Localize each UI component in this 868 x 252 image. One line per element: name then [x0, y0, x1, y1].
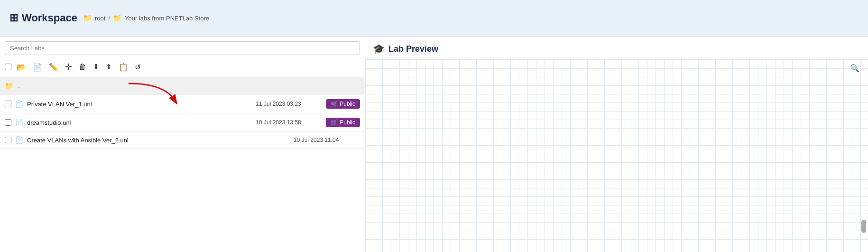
- folder-icon-sub: 📁: [113, 14, 122, 22]
- parent-dir-row[interactable]: 📁 ..: [0, 77, 365, 95]
- left-panel: 📂 📄 ✏️ ✛ 🗑 ⬇ ⬆ 📋 ↺: [0, 37, 365, 252]
- scrollbar-thumb[interactable]: [861, 220, 866, 233]
- main-layout: 📂 📄 ✏️ ✛ 🗑 ⬇ ⬆ 📋 ↺: [0, 37, 868, 252]
- breadcrumb: 📁 root / 📁 Your labs from PNETLab Store: [83, 14, 209, 22]
- file-checkbox-1[interactable]: [5, 101, 11, 107]
- badge-public-2[interactable]: 🛒 Public: [326, 118, 360, 127]
- file-icon-2: 📄: [15, 119, 23, 126]
- grid-background: [365, 60, 868, 252]
- refresh-button[interactable]: ↺: [133, 62, 142, 73]
- edit-icon: ✏️: [49, 63, 58, 72]
- file-checkbox-2[interactable]: [5, 119, 11, 126]
- delete-icon: 🗑: [79, 63, 86, 71]
- file-row-dreamstudio[interactable]: 📄 dreamstudio.unl 10 Jul 2023 13:58 🛒 Pu…: [0, 113, 365, 132]
- file-icon-1: 📄: [15, 100, 23, 108]
- right-panel-header: 🎓 Lab Preview: [365, 37, 868, 60]
- breadcrumb-root[interactable]: root: [95, 15, 105, 22]
- download-icon: ⬇: [93, 63, 99, 71]
- breadcrumb-sep: /: [108, 15, 110, 22]
- select-all-checkbox[interactable]: [5, 64, 11, 70]
- new-file-icon: 📄: [33, 63, 42, 72]
- file-row-create-vlans[interactable]: 📄 Create VLANs with Ansible Ver_2.unl 10…: [0, 132, 365, 149]
- parent-dir-name: ..: [18, 83, 360, 90]
- file-date-2: 10 Jul 2023 13:58: [256, 119, 322, 126]
- badge-public-1[interactable]: 🛒 Public: [326, 99, 360, 109]
- upload-icon: ⬆: [106, 63, 112, 71]
- right-panel: 🎓 Lab Preview 🔍: [365, 37, 868, 252]
- delete-button[interactable]: 🗑: [77, 62, 88, 72]
- toolbar: 📂 📄 ✏️ ✛ 🗑 ⬇ ⬆ 📋 ↺: [0, 59, 365, 77]
- move-icon: ✛: [65, 62, 72, 72]
- file-row-private-vlan[interactable]: 📄 Private VLAN Ver_1.unl 11 Jul 2023 03:…: [0, 95, 365, 113]
- cart-icon-1: 🛒: [331, 101, 338, 107]
- file-date-3: 10 Jul 2023 11:04: [294, 137, 360, 143]
- title-text: Workspace: [22, 12, 77, 24]
- move-button[interactable]: ✛: [64, 61, 74, 73]
- right-panel-title: Lab Preview: [388, 44, 438, 54]
- file-list: 📁 .. 📄 Private VLAN Ver_1.unl 11 Jul 202…: [0, 77, 365, 252]
- open-folder-icon: 📂: [17, 63, 26, 72]
- download-button[interactable]: ⬇: [92, 62, 101, 72]
- file-checkbox-3[interactable]: [5, 137, 11, 143]
- file-name-2: dreamstudio.unl: [27, 119, 252, 126]
- graduation-icon: 🎓: [373, 43, 385, 55]
- file-date-1: 11 Jul 2023 03:23: [256, 101, 322, 107]
- folder-icon-root: 📁: [83, 14, 92, 22]
- zoom-icon[interactable]: 🔍: [850, 64, 859, 73]
- file-icon-3: 📄: [15, 136, 23, 144]
- file-name-1: Private VLAN Ver_1.unl: [27, 101, 252, 108]
- file-name-3: Create VLANs with Ansible Ver_2.unl: [27, 137, 290, 144]
- search-bar: [0, 41, 365, 59]
- lab-preview-canvas: 🔍: [365, 60, 868, 252]
- new-file-button[interactable]: 📄: [31, 62, 44, 73]
- upload-button[interactable]: ⬆: [104, 62, 113, 72]
- open-folder-button[interactable]: 📂: [15, 62, 28, 73]
- parent-folder-icon: 📁: [5, 82, 14, 90]
- breadcrumb-folder[interactable]: Your labs from PNETLab Store: [125, 15, 209, 22]
- clipboard-icon: 📋: [119, 63, 128, 72]
- edit-button[interactable]: ✏️: [47, 62, 60, 73]
- grid-icon: ⊞: [9, 12, 18, 24]
- clipboard-button[interactable]: 📋: [117, 62, 129, 73]
- cart-icon-2: 🛒: [331, 119, 338, 126]
- header: ⊞ Workspace 📁 root / 📁 Your labs from PN…: [0, 0, 868, 37]
- workspace-title: ⊞ Workspace: [9, 12, 77, 24]
- refresh-icon: ↺: [135, 63, 141, 72]
- search-input[interactable]: [5, 41, 360, 55]
